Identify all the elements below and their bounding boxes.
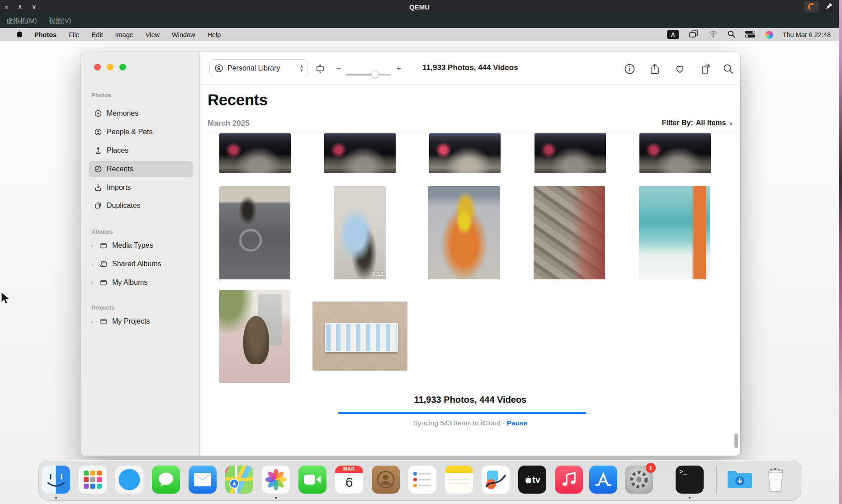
- menubar-app-name[interactable]: Photos: [34, 31, 57, 38]
- dock-separator: [716, 466, 717, 494]
- favorite-button[interactable]: [674, 63, 686, 75]
- wifi-status-icon[interactable]: [708, 30, 718, 39]
- menubar-item-file[interactable]: File: [69, 31, 79, 38]
- dock-contacts[interactable]: [372, 466, 400, 494]
- stage-manager-icon[interactable]: [689, 30, 699, 39]
- sidebar-item-shared-albums[interactable]: › Shared Albums: [89, 256, 193, 272]
- chevron-right-icon[interactable]: ›: [91, 242, 95, 249]
- menubar-clock[interactable]: Thu Mar 6 22:48: [783, 31, 831, 38]
- sidebar-item-imports[interactable]: Imports: [89, 179, 193, 196]
- video-thumbnail[interactable]: 0:12: [334, 186, 386, 279]
- dock-launchpad[interactable]: [79, 466, 107, 494]
- dock-music[interactable]: [555, 466, 583, 494]
- dock-messages[interactable]: [152, 466, 180, 494]
- search-button[interactable]: [722, 63, 734, 75]
- dock-downloads[interactable]: [726, 466, 754, 494]
- dock-system-settings[interactable]: 1: [625, 466, 653, 494]
- apple-menu-icon[interactable]: [15, 30, 22, 39]
- filter-label: Filter By:: [662, 119, 693, 127]
- library-picker[interactable]: Personal Library ∧∨: [209, 59, 308, 77]
- group-divider: [208, 132, 737, 132]
- qemu-menu-view[interactable]: 视图(V): [49, 17, 71, 25]
- sidebar-section-projects: Projects: [91, 304, 114, 311]
- sidebar-item-my-projects[interactable]: › My Projects: [89, 313, 193, 330]
- photo-thumbnail[interactable]: [428, 186, 500, 279]
- spotlight-search-icon[interactable]: [728, 30, 735, 39]
- photo-thumbnail[interactable]: [324, 133, 396, 173]
- qemu-maximize-button[interactable]: ∧: [18, 3, 23, 11]
- dock-safari[interactable]: [115, 466, 143, 494]
- close-traffic-light[interactable]: [94, 64, 101, 71]
- qemu-mouse-capture-icon[interactable]: [804, 1, 819, 13]
- zoom-in-button[interactable]: +: [397, 64, 401, 73]
- album-icon: [99, 317, 108, 325]
- photos-scroll-area[interactable]: Recents March 2025 Filter By: All Items …: [200, 85, 740, 456]
- dock-trash[interactable]: [762, 466, 790, 494]
- dock-notes[interactable]: [445, 466, 473, 494]
- sidebar-item-label: My Projects: [112, 317, 150, 325]
- dock-photos[interactable]: [262, 466, 290, 494]
- qemu-menu-vm[interactable]: 虚拟机(M): [6, 17, 37, 25]
- dock-freeform[interactable]: [482, 466, 510, 494]
- share-button[interactable]: [649, 63, 661, 75]
- sync-status-line: Syncing 543 Items to iCloud · Pause: [200, 419, 740, 427]
- dock-facetime[interactable]: [298, 466, 326, 494]
- sidebar-item-label: Memories: [107, 109, 138, 118]
- zoom-out-button[interactable]: −: [336, 64, 341, 73]
- qemu-close-button[interactable]: ×: [5, 3, 9, 11]
- siri-icon[interactable]: [765, 31, 773, 39]
- sidebar-item-people-pets[interactable]: People & Pets: [89, 124, 193, 140]
- info-button[interactable]: [624, 63, 635, 75]
- minimize-traffic-light[interactable]: [107, 64, 114, 71]
- photo-thumbnail[interactable]: [219, 133, 291, 173]
- photo-thumbnail[interactable]: [219, 290, 290, 383]
- control-center-icon[interactable]: [745, 30, 756, 39]
- chevron-right-icon[interactable]: ›: [91, 279, 95, 286]
- sidebar-item-label: Shared Albums: [112, 260, 161, 268]
- menubar-item-window[interactable]: Window: [172, 31, 195, 38]
- photo-thumbnail[interactable]: [219, 186, 290, 279]
- chevron-right-icon[interactable]: ›: [91, 318, 95, 325]
- pause-sync-link[interactable]: Pause: [507, 419, 528, 427]
- photo-thumbnail[interactable]: [534, 186, 605, 279]
- photo-thumbnail[interactable]: [639, 133, 711, 173]
- sidebar-item-label: Imports: [107, 184, 131, 192]
- dock-maps[interactable]: [225, 466, 253, 494]
- menubar-item-help[interactable]: Help: [208, 31, 221, 38]
- sidebar-item-places[interactable]: Places: [89, 142, 193, 159]
- dock-tv[interactable]: tv: [518, 466, 546, 494]
- zoom-traffic-light[interactable]: [119, 64, 126, 71]
- chevron-right-icon[interactable]: ›: [91, 261, 95, 268]
- sidebar-item-label: Places: [107, 146, 128, 155]
- dock-app-store[interactable]: [589, 466, 617, 494]
- group-date-label: March 2025: [208, 119, 250, 128]
- sidebar-item-recents[interactable]: Recents: [89, 161, 193, 177]
- qemu-minimize-button[interactable]: ∨: [32, 3, 37, 11]
- menubar-item-edit[interactable]: Edit: [92, 31, 103, 38]
- photo-thumbnail[interactable]: [312, 301, 407, 371]
- sidebar-item-memories[interactable]: Memories: [89, 105, 193, 122]
- dock-finder[interactable]: [42, 466, 70, 494]
- photo-thumbnail[interactable]: [429, 133, 501, 173]
- sidebar-item-duplicates[interactable]: Duplicates: [89, 198, 193, 214]
- input-source-icon[interactable]: A: [667, 30, 679, 39]
- scrollbar-thumb[interactable]: [734, 433, 738, 448]
- dock-calendar[interactable]: MAR 6: [335, 466, 363, 494]
- filter-dropdown[interactable]: Filter By: All Items ∨: [662, 119, 733, 127]
- photo-thumbnail[interactable]: [535, 133, 606, 173]
- dock-reminders[interactable]: [408, 466, 436, 494]
- photo-thumbnail[interactable]: [639, 186, 710, 279]
- rotate-button[interactable]: [700, 63, 711, 75]
- sidebar-item-my-albums[interactable]: › My Albums: [89, 274, 193, 291]
- qemu-window-title: QEMU: [0, 3, 839, 11]
- sync-progress-bar: [338, 412, 590, 414]
- sidebar-section-photos: Photos: [91, 92, 111, 99]
- zoom-fit-button[interactable]: [314, 63, 326, 75]
- sidebar-item-media-types[interactable]: › Media Types: [89, 237, 193, 254]
- dock-terminal[interactable]: >_: [676, 466, 704, 494]
- dock-mail[interactable]: [189, 466, 217, 494]
- menubar-item-image[interactable]: Image: [115, 31, 133, 38]
- slider-thumb[interactable]: [371, 71, 379, 78]
- menubar-item-view[interactable]: View: [146, 31, 160, 38]
- pin-icon[interactable]: [825, 2, 833, 12]
